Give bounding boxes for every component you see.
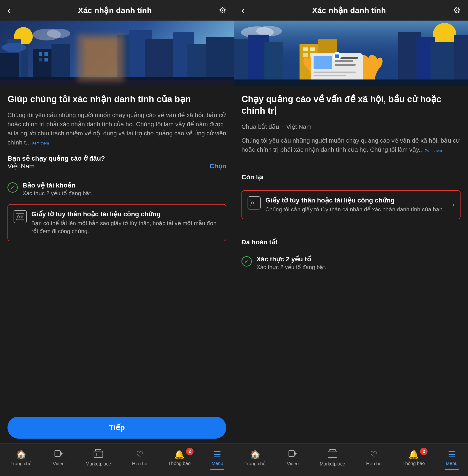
right-settings-icon[interactable]: ⚙ bbox=[453, 5, 461, 15]
right-hero-image bbox=[234, 21, 468, 86]
svg-rect-39 bbox=[264, 42, 283, 86]
left-where-section: Bạn sẽ chạy quảng cáo ở đâu? Việt Nam Ch… bbox=[7, 153, 226, 174]
left-nav-dating[interactable]: ♡ Hẹn hò bbox=[132, 449, 147, 466]
right-nav-notifications[interactable]: 🔔 2 Thông báo bbox=[402, 449, 425, 466]
left-hero-image bbox=[0, 21, 234, 86]
left-settings-icon[interactable]: ⚙ bbox=[219, 5, 226, 15]
right-id-icon bbox=[248, 196, 261, 210]
svg-rect-68 bbox=[331, 453, 334, 456]
right-divider-2 bbox=[241, 227, 461, 227]
svg-rect-28 bbox=[55, 450, 60, 457]
left-header-title: Xác nhận danh tính bbox=[78, 6, 152, 15]
right-remaining-label: Còn lại bbox=[241, 173, 461, 181]
right-content: Chạy quảng cáo về vấn đề xã hội, bầu cử … bbox=[234, 86, 468, 271]
right-id-chevron: › bbox=[452, 201, 454, 209]
svg-rect-30 bbox=[94, 451, 103, 458]
left-next-button[interactable]: Tiếp bbox=[7, 417, 226, 439]
left-nav-video-label: Video bbox=[53, 461, 65, 466]
svg-rect-58 bbox=[335, 55, 339, 58]
right-nav-dating[interactable]: ♡ Hẹn hò bbox=[366, 449, 381, 466]
left-nav-marketplace-label: Marketplace bbox=[86, 461, 111, 467]
right-marketplace-icon bbox=[328, 449, 337, 460]
left-nav-video[interactable]: Video bbox=[53, 449, 65, 466]
left-header: ‹ Xác nhận danh tính ⚙ bbox=[0, 0, 234, 21]
left-description: Chúng tôi yêu cầu những người muốn chạy … bbox=[7, 111, 226, 147]
right-bottom-nav: 🏠 Trang chủ Video Marketplace ♡ Hẹn hò 🔔… bbox=[234, 443, 468, 476]
svg-rect-55 bbox=[314, 71, 356, 73]
left-id-text: Giấy tờ tùy thân hoặc tài liệu công chứn… bbox=[31, 210, 220, 235]
right-nav-menu[interactable]: ☰ Menu bbox=[446, 449, 457, 466]
svg-point-5 bbox=[2, 43, 26, 52]
svg-rect-18 bbox=[44, 58, 48, 61]
left-check-icon: ✓ bbox=[7, 182, 18, 193]
svg-rect-46 bbox=[303, 47, 308, 51]
left-main-heading: Giúp chúng tôi xác nhận danh tính của bạ… bbox=[7, 94, 226, 105]
left-country-text: Việt Nam bbox=[7, 162, 35, 170]
right-id-card-box[interactable]: Giấy tờ tùy thân hoặc tài liệu công chứn… bbox=[241, 190, 461, 220]
right-description: Chúng tôi yêu cầu những người muốn chạy … bbox=[241, 136, 461, 154]
left-see-more[interactable]: Xem thêm bbox=[32, 141, 49, 145]
right-nav-menu-label: Menu bbox=[446, 461, 457, 466]
svg-point-1 bbox=[47, 29, 70, 38]
right-heart-icon: ♡ bbox=[370, 449, 378, 459]
right-city-illustration bbox=[234, 21, 468, 86]
left-id-card-box[interactable]: Giấy tờ tùy thân hoặc tài liệu công chứn… bbox=[7, 204, 226, 241]
left-bottom-nav: 🏠 Trang chủ Video Marketplace ♡ Hẹn hò 🔔… bbox=[0, 443, 234, 476]
heart-icon: ♡ bbox=[136, 449, 144, 459]
left-notification-badge: 2 bbox=[186, 448, 193, 455]
marketplace-icon bbox=[94, 449, 103, 460]
right-panel: ‹ Xác nhận danh tính ⚙ bbox=[234, 0, 468, 476]
left-protection-row: ✓ Bảo vệ tài khoản Xác thực 2 yếu tố đan… bbox=[7, 182, 226, 197]
right-nav-marketplace-label: Marketplace bbox=[320, 461, 345, 467]
menu-icon: ☰ bbox=[214, 449, 221, 459]
right-main-heading: Chạy quảng cáo về vấn đề xã hội, bầu cử … bbox=[241, 94, 461, 117]
right-nav-video-label: Video bbox=[287, 461, 299, 466]
video-icon bbox=[55, 449, 63, 460]
svg-point-61 bbox=[251, 202, 254, 204]
left-country-row: Việt Nam Chọn bbox=[7, 162, 226, 174]
svg-rect-48 bbox=[303, 53, 308, 57]
left-content: Giúp chúng tôi xác nhận danh tính của bạ… bbox=[0, 86, 234, 412]
right-home-icon: 🏠 bbox=[250, 449, 261, 459]
right-notification-badge: 2 bbox=[420, 448, 427, 455]
right-header-title: Xác nhận danh tính bbox=[312, 6, 386, 15]
svg-rect-47 bbox=[310, 47, 315, 51]
right-nav-marketplace[interactable]: Marketplace bbox=[320, 449, 345, 467]
svg-rect-16 bbox=[44, 52, 48, 56]
left-id-icon bbox=[14, 210, 27, 223]
right-see-more[interactable]: Xem thêm bbox=[425, 148, 442, 153]
right-auth-text: Xác thực 2 yếu tố Xác thực 2 yếu tố đang… bbox=[256, 255, 326, 270]
svg-rect-56 bbox=[314, 75, 346, 76]
right-back-icon[interactable]: ‹ bbox=[241, 4, 245, 16]
right-spacer bbox=[234, 271, 468, 443]
svg-rect-22 bbox=[84, 39, 117, 77]
left-back-icon[interactable]: ‹ bbox=[7, 4, 11, 16]
left-nav-dating-label: Hẹn hò bbox=[132, 461, 147, 466]
left-nav-menu-label: Menu bbox=[212, 461, 223, 466]
left-nav-marketplace[interactable]: Marketplace bbox=[86, 449, 111, 467]
left-nav-home[interactable]: 🏠 Trang chủ bbox=[11, 449, 32, 466]
left-nav-menu[interactable]: ☰ Menu bbox=[212, 449, 223, 466]
city-illustration bbox=[0, 21, 234, 86]
svg-point-24 bbox=[17, 216, 20, 218]
svg-rect-43 bbox=[454, 35, 468, 86]
right-check-icon: ✓ bbox=[241, 256, 252, 266]
right-status-country: Việt Nam bbox=[286, 123, 311, 130]
right-completed-row: ✓ Xác thực 2 yếu tố Xác thực 2 yếu tố đa… bbox=[241, 255, 461, 270]
right-header: ‹ Xác nhận danh tính ⚙ bbox=[234, 0, 468, 21]
left-panel: ‹ Xác nhận danh tính ⚙ bbox=[0, 0, 234, 476]
left-nav-notifications[interactable]: 🔔 2 Thông báo bbox=[168, 449, 191, 466]
right-nav-notifications-label: Thông báo bbox=[402, 461, 425, 466]
right-nav-home[interactable]: 🏠 Trang chủ bbox=[245, 449, 266, 466]
right-completed-label: Đã hoàn tất bbox=[241, 238, 461, 246]
svg-rect-17 bbox=[39, 58, 42, 61]
left-choose-button[interactable]: Chọn bbox=[210, 162, 226, 170]
right-video-icon bbox=[289, 449, 297, 460]
left-nav-home-label: Trang chủ bbox=[11, 461, 32, 466]
right-menu-icon: ☰ bbox=[448, 449, 455, 459]
right-nav-video[interactable]: Video bbox=[287, 449, 299, 466]
left-nav-notifications-label: Thông báo bbox=[168, 461, 191, 466]
left-nav-active-indicator bbox=[210, 469, 224, 470]
svg-rect-54 bbox=[335, 64, 356, 66]
svg-rect-53 bbox=[335, 60, 353, 62]
